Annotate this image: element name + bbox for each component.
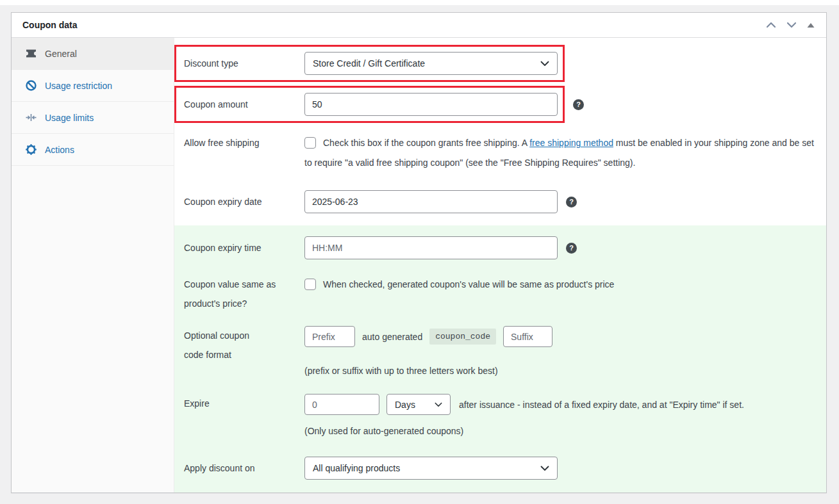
- coupon-amount-label: Coupon amount: [176, 95, 304, 114]
- free-shipping-text-before: Check this box if the coupon grants free…: [323, 138, 529, 148]
- expiry-time-input[interactable]: [304, 236, 558, 259]
- code-format-controls: auto generated coupon_code (prefix or su…: [304, 326, 552, 377]
- expire-controls: Days after issuance - instead of a fixed…: [304, 394, 744, 437]
- limit-arrows-icon: [25, 113, 37, 122]
- free-shipping-description: Check this box if the coupon grants free…: [304, 133, 817, 173]
- panel-header-actions: [763, 20, 817, 29]
- chevron-up-icon: [766, 20, 776, 30]
- apply-discount-on-value: All qualifying products: [313, 463, 400, 473]
- help-icon[interactable]: ?: [573, 99, 584, 110]
- code-format-label: Optional coupon code format: [174, 326, 304, 364]
- smart-coupons-section: Coupon expiry time ? Coupon value same a…: [174, 225, 826, 492]
- expire-hint: (Only used for auto-generated coupons): [304, 425, 744, 437]
- panel-title: Coupon data: [22, 20, 78, 30]
- annotation-box-coupon-amount: Coupon amount: [174, 86, 565, 123]
- tab-usage-limits-label: Usage limits: [45, 113, 94, 123]
- panel-body: General Usage restriction Usage limits: [12, 38, 826, 492]
- expiry-date-label: Coupon expiry date: [174, 192, 304, 211]
- tab-general-label: General: [45, 49, 77, 59]
- free-shipping-method-link[interactable]: free shipping method: [529, 138, 613, 148]
- expire-unit-select[interactable]: Days: [386, 394, 451, 415]
- ticket-icon: [25, 49, 37, 58]
- toggle-panel-button[interactable]: [804, 21, 817, 29]
- tab-general[interactable]: General: [12, 38, 174, 70]
- chevron-down-icon: [435, 402, 442, 407]
- annotation-box-discount-type: Discount type Store Credit / Gift Certif…: [174, 45, 565, 82]
- coupon-amount-input[interactable]: [304, 93, 558, 116]
- auto-generated-text: auto generated: [362, 332, 422, 342]
- apply-discount-on-select[interactable]: All qualifying products: [304, 457, 558, 480]
- help-icon[interactable]: ?: [566, 197, 577, 207]
- value-same-as-price-text: When checked, generated coupon's value w…: [323, 279, 614, 289]
- page-top-strip: [0, 0, 839, 5]
- tab-usage-restriction-label: Usage restriction: [45, 81, 112, 91]
- coupon-data-panel: Coupon data: [11, 12, 827, 493]
- move-up-button[interactable]: [763, 20, 779, 29]
- tab-actions[interactable]: Actions: [12, 134, 174, 166]
- free-shipping-checkbox[interactable]: [304, 137, 316, 149]
- general-tab-content: Discount type Store Credit / Gift Certif…: [174, 38, 826, 492]
- discount-type-value: Store Credit / Gift Certificate: [313, 58, 425, 69]
- prefix-input[interactable]: [304, 326, 355, 347]
- tab-actions-label: Actions: [45, 145, 74, 155]
- apply-discount-on-label: Apply discount on: [174, 459, 304, 478]
- help-icon[interactable]: ?: [566, 243, 577, 254]
- free-shipping-label: Allow free shipping: [174, 133, 304, 152]
- expire-unit-value: Days: [395, 400, 415, 410]
- tab-usage-limits[interactable]: Usage limits: [12, 102, 174, 134]
- coupon-tabs: General Usage restriction Usage limits: [12, 38, 174, 492]
- move-down-button[interactable]: [784, 20, 799, 29]
- value-same-as-price-checkbox[interactable]: [304, 279, 316, 290]
- chevron-down-icon: [540, 61, 549, 67]
- discount-type-label: Discount type: [176, 54, 304, 73]
- value-same-as-price-description: When checked, generated coupon's value w…: [304, 275, 614, 295]
- expire-label: Expire: [174, 394, 304, 413]
- expiry-time-label: Coupon expiry time: [174, 238, 304, 257]
- expire-description: after issuance - instead of a fixed expi…: [459, 400, 744, 410]
- expiry-date-input[interactable]: [304, 190, 558, 213]
- block-icon: [25, 80, 37, 91]
- discount-type-select[interactable]: Store Credit / Gift Certificate: [304, 52, 558, 75]
- coupon-code-token: coupon_code: [429, 329, 496, 345]
- gear-icon: [25, 144, 37, 155]
- expire-value-input[interactable]: [304, 394, 379, 415]
- tab-usage-restriction[interactable]: Usage restriction: [12, 70, 174, 102]
- panel-header: Coupon data: [12, 13, 826, 38]
- value-same-as-price-label: Coupon value same as product's price?: [174, 275, 304, 313]
- chevron-down-icon: [786, 20, 797, 30]
- code-format-hint: (prefix or suffix with up to three lette…: [304, 364, 552, 377]
- chevron-down-icon: [540, 466, 549, 471]
- triangle-up-icon: [807, 20, 815, 30]
- suffix-input[interactable]: [503, 326, 552, 347]
